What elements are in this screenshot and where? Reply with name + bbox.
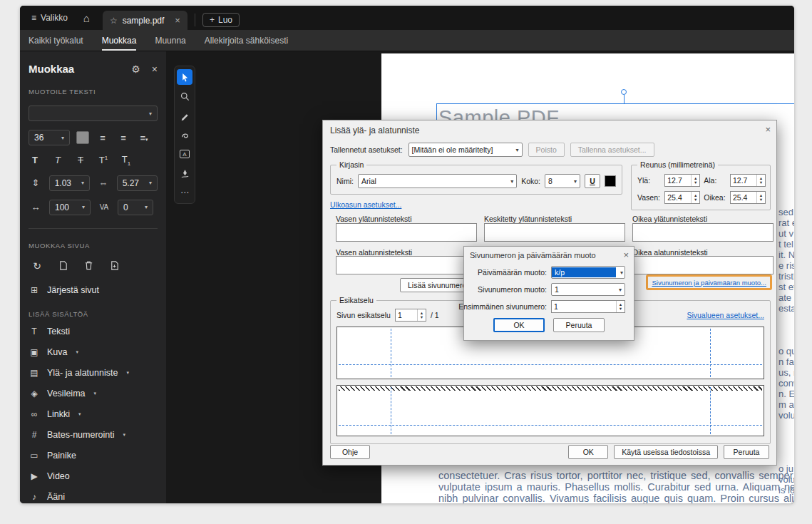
strikethrough-icon[interactable]: T bbox=[74, 155, 87, 165]
first-page-number-spinner[interactable]: 1▲▼ bbox=[551, 300, 625, 313]
document-tab[interactable]: ☆ sample.pdf × bbox=[103, 11, 187, 30]
list-item[interactable]: ∞ Linkki ▾ bbox=[29, 408, 158, 421]
header-right-input[interactable] bbox=[632, 223, 774, 242]
spinner-arrows-icon[interactable]: ▲▼ bbox=[691, 192, 699, 203]
chevron-down-icon: ▾ bbox=[61, 135, 64, 141]
menu-item-convert[interactable]: Muunna bbox=[155, 30, 185, 51]
underline-button[interactable]: U bbox=[585, 174, 600, 188]
home-button[interactable]: ⌂ bbox=[78, 12, 96, 24]
delete-setting-button[interactable]: Poisto bbox=[528, 143, 565, 157]
italic-icon[interactable]: T bbox=[51, 155, 64, 165]
font-color-swatch[interactable] bbox=[76, 131, 89, 144]
zoom-tool[interactable] bbox=[177, 88, 192, 104]
numbered-list-icon[interactable]: ≡ bbox=[116, 133, 130, 143]
tab-title: sample.pdf bbox=[123, 16, 165, 26]
spinner-arrows-icon[interactable]: ▲▼ bbox=[417, 309, 426, 321]
save-settings-button[interactable]: Tallenna asetukset... bbox=[570, 143, 654, 157]
selection-rotate-handle[interactable] bbox=[621, 89, 627, 95]
list-item[interactable]: ▤ Ylä- ja alatunniste ▾ bbox=[29, 366, 158, 380]
menu-item-edit[interactable]: Muokkaa bbox=[102, 30, 137, 51]
list-item[interactable]: T Teksti bbox=[29, 325, 158, 339]
text-fragment: e ris bbox=[778, 260, 794, 271]
list-item[interactable]: ◈ Vesileima ▾ bbox=[29, 387, 158, 401]
item-menu-caret-icon[interactable]: ▾ bbox=[78, 411, 81, 417]
subscript-icon[interactable]: T1 bbox=[120, 154, 133, 167]
line-spacing-select[interactable]: 1.03▾ bbox=[49, 175, 90, 191]
spinner-arrows-icon[interactable]: ▲▼ bbox=[616, 301, 625, 312]
baseline-offset-select[interactable]: 0▾ bbox=[118, 200, 153, 215]
select-tool[interactable] bbox=[177, 69, 192, 85]
preview-group-label: Esikatselu bbox=[336, 296, 376, 304]
align-options-icon[interactable]: ≡▾ bbox=[137, 133, 151, 143]
menu-item-esign[interactable]: Allekirjoita sähköisesti bbox=[205, 30, 288, 51]
highlighter-tool[interactable] bbox=[177, 108, 192, 123]
ok-button[interactable]: OK bbox=[493, 318, 545, 332]
add-text-tool[interactable]: A bbox=[177, 146, 192, 162]
footer-right-input[interactable] bbox=[632, 256, 774, 274]
font-name-select[interactable]: Arial▾ bbox=[358, 174, 517, 188]
star-icon[interactable]: ☆ bbox=[110, 16, 118, 26]
margin-guide-line bbox=[710, 329, 711, 377]
header-center-input[interactable] bbox=[484, 223, 625, 242]
cursor-icon bbox=[180, 72, 190, 83]
list-item[interactable]: ♪ Ääni bbox=[29, 490, 158, 503]
list-item[interactable]: # Bates-numerointi ▾ bbox=[29, 428, 158, 442]
bullet-list-icon[interactable]: ≡ bbox=[96, 133, 110, 143]
margin-bottom-spinner[interactable]: 12.7▲▼ bbox=[730, 174, 766, 187]
list-item[interactable]: ▣ Kuva ▾ bbox=[29, 346, 158, 359]
help-button[interactable]: Ohje bbox=[330, 445, 370, 459]
font-size-select[interactable]: 8▾ bbox=[545, 174, 580, 188]
tab-close-icon[interactable]: × bbox=[175, 15, 180, 26]
apply-multiple-files-button[interactable]: Käytä useissa tiedostoissa bbox=[614, 445, 718, 459]
superscript-icon[interactable]: T1 bbox=[97, 155, 110, 165]
list-item[interactable]: ▶ Video bbox=[29, 470, 158, 483]
gear-icon[interactable]: ⚙ bbox=[131, 63, 140, 75]
appearance-options-link[interactable]: Ulkoasun asetukset... bbox=[330, 200, 401, 209]
dialog-close-icon[interactable]: × bbox=[623, 250, 629, 260]
margin-guide-line bbox=[339, 425, 762, 426]
page-number-format-link[interactable]: Sivunumeron ja päivämäärän muoto... bbox=[652, 279, 766, 287]
header-left-input[interactable] bbox=[336, 223, 477, 242]
organize-pages-item[interactable]: ⊞ Järjestä sivut bbox=[29, 284, 158, 297]
item-menu-caret-icon[interactable]: ▾ bbox=[76, 349, 79, 355]
margin-right-spinner[interactable]: 25.4▲▼ bbox=[730, 191, 766, 204]
draw-tool[interactable] bbox=[177, 127, 192, 143]
rotate-page-icon[interactable]: ↻ bbox=[29, 258, 46, 274]
delete-page-icon[interactable] bbox=[80, 258, 97, 274]
page-range-options-link[interactable]: Sivualueen asetukset... bbox=[687, 311, 764, 319]
preview-page-spinner[interactable]: 1▲▼ bbox=[395, 309, 426, 322]
insert-page-icon[interactable] bbox=[106, 258, 123, 274]
section-edit-page: MUOKKAA SIVUA bbox=[29, 242, 158, 250]
pdf-body-text[interactable]: consectetuer. Cras risus tortor, porttit… bbox=[438, 471, 794, 503]
margin-left-spinner[interactable]: 25.4▲▼ bbox=[664, 191, 700, 204]
panel-close-icon[interactable]: × bbox=[152, 63, 158, 75]
spinner-arrows-icon[interactable]: ▲▼ bbox=[756, 192, 765, 203]
font-family-select[interactable]: ▾ bbox=[29, 106, 158, 121]
ok-button[interactable]: OK bbox=[568, 445, 608, 459]
menu-item-all-tools[interactable]: Kaikki työkalut bbox=[29, 30, 83, 51]
item-menu-caret-icon[interactable]: ▾ bbox=[126, 370, 129, 376]
spinner-arrows-icon[interactable]: ▲▼ bbox=[691, 175, 699, 186]
sign-tool[interactable] bbox=[177, 165, 192, 181]
spinner-arrows-icon[interactable]: ▲▼ bbox=[756, 175, 765, 186]
more-tools-button[interactable]: ⋯ bbox=[177, 185, 192, 200]
app-menu-button[interactable]: ≡ Valikko bbox=[27, 10, 72, 26]
cancel-button[interactable]: Peruuta bbox=[553, 318, 605, 332]
horizontal-scale-select[interactable]: 100▾ bbox=[49, 200, 91, 215]
item-menu-caret-icon[interactable]: ▾ bbox=[94, 391, 97, 396]
text-color-swatch[interactable] bbox=[605, 175, 616, 187]
page-number-format-select[interactable]: 1▾ bbox=[551, 283, 625, 296]
char-spacing-select[interactable]: 5.27▾ bbox=[117, 175, 158, 191]
item-menu-caret-icon[interactable]: ▾ bbox=[123, 432, 126, 438]
margin-top-spinner[interactable]: 12.7▲▼ bbox=[664, 174, 700, 187]
create-button[interactable]: + Luo bbox=[202, 13, 240, 27]
list-item[interactable]: ▭ Painike bbox=[29, 449, 158, 463]
font-size-select[interactable]: 36▾ bbox=[29, 130, 70, 145]
dialog-close-icon[interactable]: × bbox=[765, 124, 771, 135]
saved-settings-select[interactable]: [Mitään ei ole määritelty]▾ bbox=[408, 143, 523, 157]
date-format-select[interactable]: k/p▾ bbox=[551, 266, 625, 279]
bold-icon[interactable]: T bbox=[29, 155, 41, 165]
extract-page-icon[interactable] bbox=[54, 258, 71, 274]
footer-left-input[interactable] bbox=[336, 256, 477, 274]
cancel-button[interactable]: Peruuta bbox=[724, 445, 769, 459]
